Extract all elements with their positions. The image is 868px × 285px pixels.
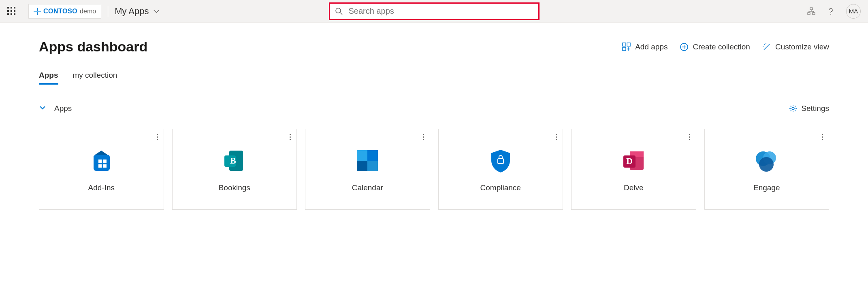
create-collection-label: Create collection — [693, 43, 750, 51]
svg-rect-4 — [810, 8, 813, 10]
add-apps-icon — [622, 43, 631, 51]
section-header: Apps Settings — [39, 104, 829, 118]
calendar-icon — [353, 146, 382, 175]
view-switcher[interactable]: My Apps — [115, 6, 159, 17]
app-grid: Add-Ins B Bookings Calendar Compliance — [39, 129, 829, 210]
bookings-icon: B — [220, 146, 249, 175]
header-bar: CONTOSO demo My Apps MA — [0, 0, 868, 23]
avatar[interactable]: MA — [846, 4, 861, 19]
svg-rect-17 — [103, 160, 107, 163]
addins-icon — [87, 146, 116, 175]
customize-view-label: Customize view — [775, 43, 829, 51]
compliance-icon — [486, 146, 515, 175]
svg-rect-18 — [98, 164, 102, 168]
app-card-engage[interactable]: Engage — [704, 129, 830, 210]
section-title: Apps — [54, 104, 72, 113]
svg-text:D: D — [626, 156, 633, 166]
svg-point-7 — [830, 14, 831, 15]
app-label: Bookings — [219, 183, 250, 192]
svg-rect-5 — [808, 13, 810, 15]
delve-icon: D — [619, 146, 648, 175]
svg-rect-6 — [813, 13, 815, 15]
svg-point-15 — [792, 107, 794, 110]
svg-rect-8 — [623, 43, 626, 46]
app-card-delve[interactable]: D Delve — [571, 129, 696, 210]
search-box[interactable] — [329, 2, 540, 20]
app-label: Compliance — [480, 183, 521, 192]
app-label: Calendar — [352, 183, 383, 192]
svg-rect-26 — [357, 161, 367, 171]
view-switcher-label: My Apps — [115, 6, 149, 17]
app-card-bookings[interactable]: B Bookings — [172, 129, 297, 210]
svg-rect-19 — [103, 164, 107, 168]
app-launcher-icon[interactable] — [7, 7, 16, 16]
page-title: Apps dashboard — [39, 39, 147, 55]
more-icon[interactable] — [423, 134, 424, 140]
contoso-logo-icon — [34, 8, 41, 15]
tabs: Apps my collection — [39, 71, 829, 84]
section-collapse-toggle[interactable] — [39, 104, 46, 113]
engage-icon — [752, 146, 781, 175]
more-icon[interactable] — [822, 134, 823, 140]
svg-point-14 — [763, 46, 763, 47]
svg-point-34 — [759, 157, 774, 172]
tab-my-collection[interactable]: my collection — [73, 71, 117, 84]
brand-suffix: demo — [80, 8, 96, 15]
chevron-down-icon — [153, 8, 160, 15]
svg-line-3 — [340, 13, 342, 15]
org-icon[interactable] — [807, 7, 815, 15]
divider — [108, 6, 108, 17]
svg-rect-1 — [34, 11, 41, 12]
app-card-calendar[interactable]: Calendar — [305, 129, 430, 210]
settings-button[interactable]: Settings — [789, 104, 829, 113]
more-icon[interactable] — [556, 134, 557, 140]
search-input[interactable] — [349, 6, 533, 16]
svg-rect-9 — [627, 43, 630, 46]
page-actions: Add apps Create collection Customize vie… — [622, 43, 829, 51]
svg-point-12 — [764, 44, 765, 45]
chevron-down-icon — [39, 104, 46, 111]
app-label: Add-Ins — [88, 183, 115, 192]
add-apps-button[interactable]: Add apps — [622, 43, 668, 51]
svg-point-13 — [766, 43, 766, 44]
help-icon[interactable] — [827, 7, 835, 15]
more-icon[interactable] — [157, 134, 158, 140]
avatar-initials: MA — [849, 8, 858, 15]
header-right: MA — [807, 4, 861, 19]
tab-apps[interactable]: Apps — [39, 71, 58, 84]
gear-icon — [789, 104, 797, 113]
svg-rect-25 — [367, 161, 378, 171]
wand-icon — [762, 43, 771, 51]
svg-rect-10 — [623, 47, 626, 51]
more-icon[interactable] — [689, 134, 690, 140]
more-icon[interactable] — [290, 134, 291, 140]
svg-rect-24 — [357, 150, 367, 161]
brand-name: CONTOSO — [43, 8, 77, 15]
svg-point-2 — [336, 8, 341, 13]
plus-circle-icon — [680, 43, 689, 51]
create-collection-button[interactable]: Create collection — [680, 43, 750, 51]
brand-badge: CONTOSO demo — [28, 4, 101, 19]
app-label: Engage — [753, 183, 780, 192]
add-apps-label: Add apps — [635, 43, 668, 51]
app-card-addins[interactable]: Add-Ins — [39, 129, 164, 210]
app-card-compliance[interactable]: Compliance — [438, 129, 563, 210]
svg-text:B: B — [230, 155, 236, 166]
title-row: Apps dashboard Add apps Create collectio… — [39, 39, 829, 55]
customize-view-button[interactable]: Customize view — [762, 43, 829, 51]
app-label: Delve — [624, 183, 644, 192]
settings-label: Settings — [801, 104, 829, 113]
main-content: Apps dashboard Add apps Create collectio… — [0, 23, 868, 210]
svg-rect-16 — [98, 160, 102, 163]
search-icon — [335, 7, 343, 15]
